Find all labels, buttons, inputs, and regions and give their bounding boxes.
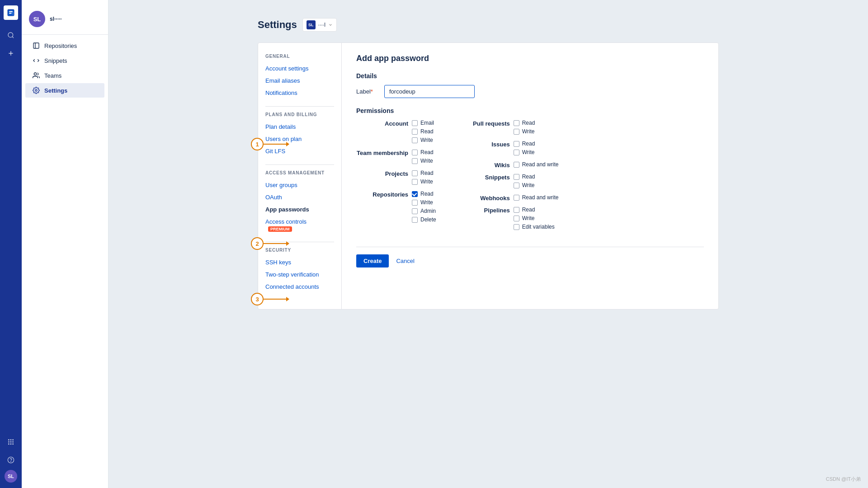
perm-label: Read <box>522 206 535 213</box>
nav-ssh-keys[interactable]: SSH keys <box>258 256 341 268</box>
perm-options-repositories: Read Write Admin <box>412 191 436 224</box>
svg-rect-9 <box>10 441 12 443</box>
checkbox-pipelines-read[interactable] <box>514 207 519 213</box>
perm-label: Delete <box>420 216 436 223</box>
perm-block-team-membership: Team membership Read Write <box>356 149 436 165</box>
search-icon[interactable] <box>3 27 19 43</box>
checkbox-account-read[interactable] <box>412 129 418 135</box>
billing-heading: PLANS AND BILLING <box>258 110 341 119</box>
perm-title-projects: Projects <box>356 170 408 186</box>
divider-2 <box>265 164 334 165</box>
checkbox-team-read[interactable] <box>412 150 418 155</box>
svg-rect-7 <box>12 439 14 441</box>
action-row: Create Cancel <box>356 247 704 267</box>
checkbox-account-write[interactable] <box>412 137 418 143</box>
sidebar-username: sl····· <box>50 16 62 22</box>
perm-title-account: Account <box>356 120 408 145</box>
checkbox-projects-write[interactable] <box>412 179 418 185</box>
checkbox-wikis-rw[interactable] <box>514 162 519 168</box>
nav-access-controls[interactable]: Access controls PREMIUM <box>258 216 341 235</box>
perm-options-snippets: Read Write <box>514 174 535 190</box>
perm-title-snippets: Snippets <box>458 174 510 190</box>
nav-connected-accounts[interactable]: Connected accounts <box>258 281 341 293</box>
user-avatar-nav[interactable]: SL <box>5 470 17 483</box>
checkbox-snippets-write[interactable] <box>514 183 519 188</box>
label-input[interactable] <box>384 85 475 98</box>
sidebar-item-settings[interactable]: Settings <box>25 83 104 98</box>
perm-label: Email <box>420 120 434 126</box>
nav-user-groups[interactable]: User groups <box>258 179 341 191</box>
checkbox-team-write[interactable] <box>412 158 418 164</box>
checkbox-repo-delete[interactable] <box>412 217 418 223</box>
perm-row: Read <box>412 128 434 135</box>
create-button[interactable]: Create <box>356 254 389 267</box>
checkbox-pipelines-write[interactable] <box>514 216 519 221</box>
perm-label: Write <box>522 149 535 155</box>
workspace-selector[interactable]: SL ····l <box>302 18 337 32</box>
nav-users-on-plan[interactable]: Users on plan <box>258 133 341 145</box>
perm-title-webhooks: Webhooks <box>458 194 510 202</box>
nav-account-settings[interactable]: Account settings <box>258 62 341 75</box>
checkbox-repo-read[interactable] <box>412 191 418 197</box>
nav-plan-details[interactable]: Plan details <box>258 121 341 133</box>
settings-layout: GENERAL Account settings Email aliases N… <box>258 42 719 310</box>
perm-block-projects: Projects Read Write <box>356 170 436 186</box>
panel-title: Add app password <box>356 54 704 63</box>
perm-block-pipelines: Pipelines Read Write <box>458 206 559 231</box>
perm-label: Read <box>420 191 434 197</box>
svg-rect-12 <box>10 443 12 445</box>
nav-git-lfs[interactable]: Git LFS <box>258 145 341 157</box>
checkbox-snippets-read[interactable] <box>514 174 519 180</box>
checkbox-projects-read[interactable] <box>412 170 418 176</box>
apps-icon[interactable] <box>3 434 19 450</box>
checkbox-pr-write[interactable] <box>514 129 519 135</box>
perm-row: Read <box>514 141 535 147</box>
settings-main-panel: Add app password Details Label* Permissi… <box>342 43 718 309</box>
page-title: Settings <box>258 19 297 31</box>
cancel-button[interactable]: Cancel <box>392 254 418 267</box>
permissions-right: Pull requests Read Write <box>458 120 559 236</box>
perm-row: Read and write <box>514 161 559 168</box>
nav-two-step[interactable]: Two-step verification <box>258 268 341 281</box>
perm-label: Admin <box>420 208 436 214</box>
svg-point-18 <box>34 73 36 75</box>
perm-options-pull-requests: Read Write <box>514 120 535 136</box>
nav-logo[interactable] <box>4 5 18 20</box>
avatar: SL <box>29 11 45 27</box>
sidebar-user: SL sl····· <box>22 7 108 35</box>
details-label: Details <box>356 72 704 80</box>
sidebar-item-repositories[interactable]: Repositories <box>25 38 104 53</box>
sidebar-item-snippets[interactable]: Snippets <box>25 53 104 68</box>
checkbox-issues-write[interactable] <box>514 150 519 155</box>
perm-label: Write <box>420 199 433 206</box>
nav-email-aliases[interactable]: Email aliases <box>258 75 341 87</box>
sidebar-item-teams[interactable]: Teams <box>25 68 104 83</box>
checkbox-account-email[interactable] <box>412 120 418 126</box>
checkbox-repo-admin[interactable] <box>412 208 418 214</box>
perm-title-pipelines: Pipelines <box>458 206 510 231</box>
security-heading: SECURITY <box>258 246 341 254</box>
checkbox-pr-read[interactable] <box>514 120 519 126</box>
sidebar-item-settings-label: Settings <box>44 87 67 94</box>
nav-notifications[interactable]: Notifications <box>258 87 341 99</box>
checkbox-webhooks-rw[interactable] <box>514 195 519 201</box>
nav-oauth[interactable]: OAuth <box>258 191 341 203</box>
perm-block-snippets: Snippets Read Write <box>458 174 559 190</box>
svg-point-1 <box>8 33 13 38</box>
nav-app-passwords[interactable]: App passwords <box>258 203 341 216</box>
create-icon[interactable] <box>3 45 19 61</box>
checkbox-pipelines-edit-vars[interactable] <box>514 224 519 230</box>
workspace-name: ····l <box>318 22 326 28</box>
svg-rect-8 <box>8 441 9 443</box>
permissions-label: Permissions <box>356 107 704 114</box>
perm-options-account: Email Read Write <box>412 120 434 145</box>
checkbox-issues-read[interactable] <box>514 141 519 147</box>
checkbox-repo-write[interactable] <box>412 200 418 206</box>
divider-1 <box>265 106 334 107</box>
perm-label: Write <box>522 215 535 221</box>
divider-3 <box>265 242 334 242</box>
perm-row: Read <box>514 174 535 180</box>
help-icon[interactable] <box>3 452 19 468</box>
perm-block-repositories: Repositories Read Write <box>356 191 436 224</box>
perm-label: Read <box>522 120 535 126</box>
